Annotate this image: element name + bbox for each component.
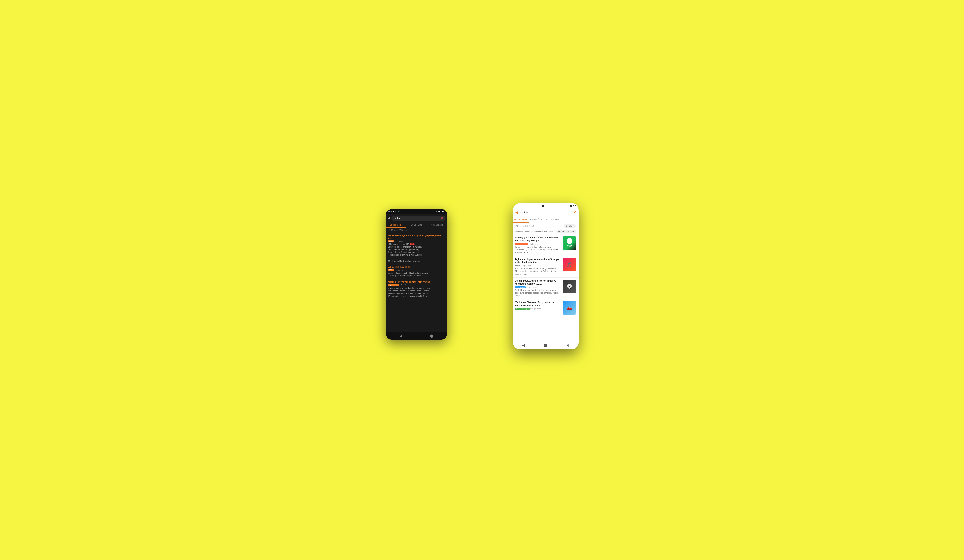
phone-nav-front: ◀ ⬤ ▣ bbox=[513, 341, 578, 350]
snippet-a3: Sade bir kutusu var derken artık sadece … bbox=[515, 289, 561, 297]
article-text-4: Yenilenen Chevrolet Bolt, crossover vers… bbox=[515, 301, 561, 311]
clear-icon-front[interactable]: ✕ bbox=[573, 210, 576, 215]
article-meta-3: Cep Telefonları • 10 gün önce bbox=[515, 286, 561, 288]
article-title-4: Yenilenen Chevrolet Bolt, crossover vers… bbox=[515, 301, 561, 307]
meta-time-a4: • 11 gün önce bbox=[530, 308, 541, 310]
tabs-back: En Yeni Üstte En Eski Üste Akıllı Sırala… bbox=[386, 222, 448, 228]
snippet-1-1: Çok şükür bir kaç arkadaş ve akraba ile.… bbox=[388, 246, 445, 248]
article-title-2: Dijital müzik platformlarından 424 milyo… bbox=[515, 258, 561, 264]
filter-label: Filtreler bbox=[568, 225, 575, 227]
forum-item-1[interactable]: Netflix Kardeşliği Ana Konu - (Netflix g… bbox=[386, 233, 448, 258]
tab-smart-front[interactable]: Akıllı Sıralama bbox=[544, 216, 561, 223]
thumbnail-4: 🚗 bbox=[563, 301, 576, 314]
snippet-3-0: Amazon Türkiye ve fırsat paylaşımları ge… bbox=[388, 287, 445, 290]
tab-newest-front[interactable]: En Yeni Üstte bbox=[513, 216, 529, 223]
snippet-2-0: Merhaba dostum nasıl katılabilirim hala … bbox=[388, 272, 445, 275]
tab-oldest-back[interactable]: En Eski Üste bbox=[406, 222, 427, 228]
status-bar-back: 12:26 ▶ ✉ 📍 ▲ bbox=[386, 209, 448, 214]
article-title-1: Spotify yüksek kaliteli müzik müjdesini … bbox=[515, 236, 561, 242]
category-badge-2: Netflix bbox=[388, 269, 394, 271]
thumbnail-3: 📱 ▶ bbox=[563, 280, 576, 293]
clear-icon-back[interactable]: ✕ bbox=[441, 217, 443, 220]
snippet-a2: ABD Telif Hakkı Bürosu tarafından görevl… bbox=[515, 267, 561, 275]
thumbnail-2: 🎵 bbox=[563, 258, 576, 272]
forum-title-2: Netflix UHD 3 AY 30 TL bbox=[388, 265, 445, 269]
yt-icon: ▶ bbox=[393, 210, 394, 212]
article-card-2[interactable]: Dijital müzik platformlarından 424 milyo… bbox=[513, 256, 578, 278]
meta-time-1: • 11 ay önce bbox=[394, 240, 404, 242]
nav-square-front-btn[interactable]: ▣ bbox=[566, 343, 569, 347]
content-type-row: Tüm İçerik Türleri aranarak sonuçlar lis… bbox=[513, 229, 578, 234]
wifi-front-icon: ▲ bbox=[566, 205, 568, 207]
camera-notch bbox=[542, 205, 544, 207]
status-bar-front: 12:27 ▲ bbox=[513, 203, 578, 209]
forum-title-1: Netflix Kardeşliği Ana Konu - (Netflix g… bbox=[388, 234, 445, 239]
nav-home-front-btn[interactable]: ⬤ bbox=[544, 343, 547, 347]
search-term-back: netflix bbox=[394, 217, 401, 220]
article-card-3[interactable]: 16 bin liraya Android telefon almak?? *S… bbox=[513, 278, 578, 299]
snippet-3-2: ne kadar fırsat konusu olsa da bir ana b… bbox=[388, 292, 445, 295]
forum-item-2[interactable]: Netflix UHD 3 AY 30 TL Netflix • 22 daki… bbox=[386, 264, 448, 279]
scope-button[interactable]: ⚙ Arama Kapsamı bbox=[556, 230, 576, 233]
tab-newest-back[interactable]: En Yeni Üstte bbox=[386, 222, 406, 228]
thumbnail-1: ♫ SpotifyHiFi bbox=[563, 236, 576, 250]
music-icon: 🎵 bbox=[567, 262, 572, 267]
snippet-1-2: Uzun süreli 4K grubumu gelmek istey... bbox=[388, 248, 445, 251]
content-type-label: Tüm İçerik Türleri aranarak sonuçlar lis… bbox=[515, 231, 555, 233]
tabs-front: En Yeni Üstte En Eski Üste Akıllı Sırala… bbox=[513, 216, 578, 223]
signal-icon bbox=[438, 210, 441, 213]
forum-title-3: Amazon Türkiye ve Fırsatları [ANA KONU] bbox=[388, 280, 445, 283]
mail-icon: ✉ bbox=[395, 210, 397, 212]
nav-back-btn[interactable]: ◀ bbox=[399, 334, 402, 338]
phone-front: 12:27 ▲ ◀ spotify ✕ bbox=[513, 203, 578, 350]
search-bar-back[interactable]: ◀ netflix ✕ bbox=[386, 214, 448, 222]
filter-button[interactable]: ⚙ Filtreler bbox=[564, 224, 576, 228]
forum-meta-2: Netflix • 22 dakika önce bbox=[388, 269, 445, 271]
article-text-2: Dijital müzik platformlarından 424 milyo… bbox=[515, 258, 561, 275]
meta-time-a3: • 10 gün önce bbox=[526, 286, 537, 288]
snippet-1-4: İki kişi eksik 6 aylık veya 1 yıllık üye… bbox=[388, 254, 445, 256]
results-count-back: 12256 sonuç (0.202 sn.) bbox=[386, 228, 448, 233]
snippet-2-1: Kardeşligimiz de son 2 kişilik yer mevcü… bbox=[388, 275, 445, 277]
results-count-front: 515 sonuç (0.164 sn.) bbox=[515, 225, 534, 227]
article-title-3: 16 bin liraya Android telefon almak?? *S… bbox=[515, 280, 561, 285]
tab-oldest-front[interactable]: En Eski Üste bbox=[529, 216, 544, 223]
search-suggestion[interactable]: 🔍 Sadece Bu Konudaki Sonuçlar bbox=[386, 258, 448, 264]
tab-smart-back[interactable]: Akıllı Sıralama bbox=[427, 222, 448, 228]
scope-label: Arama Kapsamı bbox=[560, 231, 574, 233]
snippet-3-1: Prime servisi konusu → Amazon Prime Türk… bbox=[388, 290, 445, 292]
snippet-1-0: 4K hesap için yer var PM 🔴 🔴 bbox=[388, 243, 445, 246]
cat-badge-3: Cep Telefonları bbox=[515, 287, 526, 288]
article-card-4[interactable]: Yenilenen Chevrolet Bolt, crossover vers… bbox=[513, 299, 578, 317]
cat-badge-1: Mobil Uygulamalar bbox=[515, 243, 528, 245]
scene: 12:26 ▶ ✉ 📍 ▲ bbox=[386, 203, 578, 357]
results-row-front: 515 sonuç (0.164 sn.) ⚙ Filtreler bbox=[513, 223, 578, 229]
time-front: 12:27 bbox=[516, 205, 520, 207]
back-arrow-front-icon[interactable]: ◀ bbox=[515, 210, 518, 215]
article-card-1[interactable]: Spotify yüksek kaliteli müzik müjdesini … bbox=[513, 234, 578, 256]
sugg-text: Sadece Bu Konudaki Sonuçlar bbox=[392, 260, 420, 262]
nav-back-front-btn[interactable]: ◀ bbox=[522, 343, 525, 347]
play-overlay-3: ▶ bbox=[567, 284, 572, 288]
article-text-1: Spotify yüksek kaliteli müzik müjdesini … bbox=[515, 236, 561, 254]
article-meta-4: Otomobil Teknolojileri • 11 gün önce bbox=[515, 308, 561, 310]
forum-item-3[interactable]: Amazon Türkiye ve Fırsatları [ANA KONU] … bbox=[386, 279, 448, 299]
snippet-3-3: diğer sıcak fırsatları ana konularında o… bbox=[388, 295, 445, 298]
phone-nav-back: ◀ ⬤ bbox=[386, 332, 448, 340]
search-icon-sugg: 🔍 bbox=[388, 260, 391, 262]
content-back: Netflix Kardeşliği Ana Konu - (Netflix g… bbox=[386, 233, 448, 300]
search-input-front[interactable]: spotify bbox=[519, 211, 572, 214]
filter-icon: ⚙ bbox=[566, 225, 568, 227]
search-bar-front[interactable]: ◀ spotify ✕ bbox=[513, 209, 578, 216]
meta-time-a2: • 10 gün önce bbox=[521, 265, 531, 267]
meta-time-2: • 22 dakika önce bbox=[394, 269, 407, 271]
article-text-3: 16 bin liraya Android telefon almak?? *S… bbox=[515, 280, 561, 297]
nav-home-btn[interactable]: ⬤ bbox=[430, 334, 433, 338]
time-back: 12:26 bbox=[388, 210, 392, 212]
meta-time-3: • 1 ay önce bbox=[400, 284, 409, 286]
snippet-a1: İsveçli dijital müzik platformu Spotify … bbox=[515, 246, 561, 254]
forum-meta-1: Netflix • 11 ay önce bbox=[388, 240, 445, 242]
search-input-back[interactable]: netflix ✕ bbox=[391, 216, 445, 221]
back-arrow-icon[interactable]: ◀ bbox=[388, 216, 390, 220]
category-badge-3: Diğer Fırsatlar bbox=[388, 284, 399, 286]
